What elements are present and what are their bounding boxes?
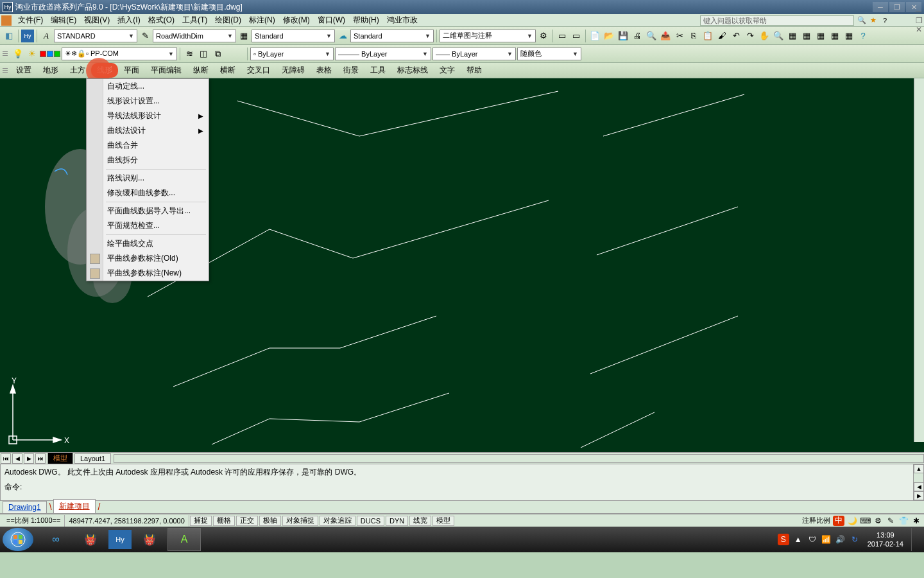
status-ortho[interactable]: 正交 <box>236 516 258 526</box>
horizontal-scrollbar[interactable] <box>114 454 924 463</box>
tool-icon[interactable]: ◧ <box>3 30 15 42</box>
doc-minimize-button[interactable]: ─ <box>916 7 923 16</box>
sheet-icon-3[interactable]: ▦ <box>814 30 827 42</box>
sheet-icon-5[interactable]: ▦ <box>843 30 855 42</box>
pen-icon[interactable]: ✎ <box>139 30 151 42</box>
star-icon[interactable]: ★ <box>868 15 878 26</box>
toolbar-grip[interactable] <box>3 48 8 60</box>
sec-street[interactable]: 街景 <box>338 63 364 78</box>
tab-first-button[interactable]: ⏮ <box>1 453 11 464</box>
cmd-scroll-up[interactable]: ▲ <box>914 464 923 473</box>
window-icon[interactable]: ▭ <box>556 30 569 42</box>
help-icon-2[interactable]: ? <box>857 30 869 42</box>
doctab-drawing1[interactable]: Drawing1 <box>3 501 47 513</box>
help-icon[interactable]: ? <box>880 15 890 26</box>
dd-curve-design[interactable]: 曲线法设计▶ <box>87 123 209 138</box>
copy-icon[interactable]: ⎘ <box>687 30 700 42</box>
zoom-icon[interactable]: 🔍 <box>772 30 785 42</box>
linetype-combo[interactable]: ——— ByLayer▼ <box>335 48 431 60</box>
secmenu-grip[interactable] <box>3 65 8 76</box>
mleader-style-combo[interactable]: Standard▼ <box>350 30 434 42</box>
print-icon[interactable]: 🖨 <box>631 30 644 42</box>
menu-help[interactable]: 帮助(H) <box>349 13 383 27</box>
status-scale[interactable]: ==比例 1:1000== <box>3 515 65 527</box>
hy-icon[interactable]: Hy <box>21 30 34 42</box>
table-style-icon[interactable]: ▦ <box>237 30 250 42</box>
text-style-icon[interactable]: A <box>40 30 53 42</box>
sec-table[interactable]: 表格 <box>311 63 338 78</box>
sec-earthwork[interactable]: 土方 <box>64 63 91 78</box>
dd-align-settings[interactable]: 线形设计设置... <box>87 94 209 109</box>
workspace-combo[interactable]: 二维草图与注释▼ <box>440 30 536 42</box>
status-dyn[interactable]: DYN <box>386 516 408 526</box>
dd-modify-spiral[interactable]: 修改缓和曲线参数... <box>87 186 209 200</box>
dd-curve-split[interactable]: 曲线拆分 <box>87 153 209 168</box>
sec-text[interactable]: 文字 <box>434 63 461 78</box>
start-button[interactable] <box>3 528 33 551</box>
moon-icon[interactable]: 🌙 <box>847 516 857 526</box>
text-style-combo[interactable]: STANDARD▼ <box>54 30 137 42</box>
tab-last-button[interactable]: ⏭ <box>35 453 46 464</box>
menu-view[interactable]: 视图(V) <box>80 13 114 27</box>
save-icon[interactable]: 💾 <box>617 30 629 42</box>
tab-next-button[interactable]: ▶ <box>24 453 34 464</box>
dd-curve-merge[interactable]: 曲线合并 <box>87 138 209 153</box>
menu-modify[interactable]: 修改(M) <box>279 13 314 27</box>
lineweight-combo[interactable]: —— ByLayer▼ <box>432 48 516 60</box>
sheet-icon-2[interactable]: ▦ <box>800 30 813 42</box>
sheet-icon[interactable]: ▦ <box>786 30 799 42</box>
tray-flag-icon[interactable]: ▲ <box>793 534 803 545</box>
vertical-scrollbar[interactable] <box>914 78 924 442</box>
tab-model[interactable]: 模型 <box>47 452 73 464</box>
tab-layout1[interactable]: Layout1 <box>74 453 111 464</box>
layer-filter-icon[interactable]: ⧉ <box>211 48 224 60</box>
task-app-2[interactable]: 👹 <box>74 528 107 551</box>
redo-icon[interactable]: ↷ <box>744 30 757 42</box>
task-app-hy[interactable]: Hy <box>108 530 132 549</box>
status-ducs[interactable]: DUCS <box>357 516 384 526</box>
sec-intersection[interactable]: 交叉口 <box>241 63 276 78</box>
dd-auto-align[interactable]: 自动定线... <box>87 79 209 94</box>
menu-tools[interactable]: 工具(T) <box>178 13 211 27</box>
dd-spec-check[interactable]: 平面规范检查... <box>87 218 209 233</box>
plotstyle-combo[interactable]: 随颜色▼ <box>517 48 581 60</box>
dd-curve-data-io[interactable]: 平面曲线数据导入导出... <box>87 204 209 218</box>
doc-restore-button[interactable]: ❐ <box>916 16 923 25</box>
window-icon-2[interactable]: ▭ <box>570 30 583 42</box>
help-search-input[interactable]: 键入问题以获取帮助 <box>700 15 854 26</box>
gear-icon[interactable]: ⚙ <box>537 30 550 42</box>
minimize-button[interactable]: ─ <box>873 2 888 12</box>
tray-vol-icon[interactable]: 🔊 <box>835 534 846 545</box>
status-snap[interactable]: 捕捉 <box>190 516 212 526</box>
table-style-combo[interactable]: Standard▼ <box>252 30 335 42</box>
sec-help[interactable]: 帮助 <box>461 63 488 78</box>
status-lwt[interactable]: 线宽 <box>409 516 431 526</box>
menu-window[interactable]: 窗口(W) <box>314 13 349 27</box>
sec-cross[interactable]: 横断 <box>214 63 241 78</box>
search-icon[interactable]: 🔍 <box>857 15 867 26</box>
paste-icon[interactable]: 📋 <box>701 30 714 42</box>
tray-net-icon[interactable]: 📶 <box>821 534 832 545</box>
dim-style-combo[interactable]: RoadWidthDim▼ <box>153 30 236 42</box>
task-app-1[interactable]: ∞ <box>39 528 73 551</box>
layer-state-icon[interactable]: ≋ <box>183 48 196 60</box>
cut-icon[interactable]: ✂ <box>673 30 686 42</box>
menu-dimension[interactable]: 标注(N) <box>245 13 279 27</box>
color-combo[interactable]: ▫ ByLayer▼ <box>250 48 334 60</box>
dd-route-recognize[interactable]: 路线识别... <box>87 171 209 186</box>
dd-curve-annot-old[interactable]: 平曲线参数标注(Old) <box>87 251 209 266</box>
sheet-icon-4[interactable]: ▦ <box>828 30 841 42</box>
ime-icon[interactable]: 中 <box>833 516 844 526</box>
cmd-scroll-right[interactable]: ▶ <box>914 491 923 500</box>
menu-draw[interactable]: 绘图(D) <box>211 13 245 27</box>
tab-prev-button[interactable]: ◀ <box>12 453 22 464</box>
undo-icon[interactable]: ↶ <box>730 30 742 42</box>
status-osnap[interactable]: 对象捕捉 <box>282 516 318 526</box>
layer-combo[interactable]: ☀❄🔒▫ PP-COM▼ <box>62 48 177 60</box>
menu-edit[interactable]: 编辑(E) <box>47 13 80 27</box>
command-history[interactable]: Autodesk DWG。 此文件上次由 Autodesk 应用程序或 Auto… <box>1 464 923 500</box>
bulb-icon[interactable]: 💡 <box>12 48 24 60</box>
gear-icon-2[interactable]: ⚙ <box>873 516 883 526</box>
sec-accessible[interactable]: 无障碍 <box>276 63 311 78</box>
publish-icon[interactable]: 📤 <box>659 30 672 42</box>
